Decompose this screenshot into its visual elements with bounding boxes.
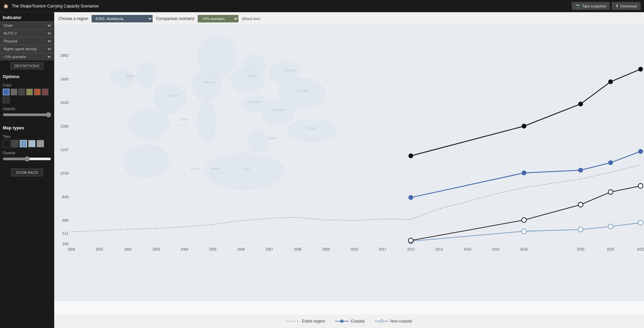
color-label: Color bbox=[0, 82, 54, 88]
header-left: 🏠 The ShapeTourism Carrying Capacity Sce… bbox=[3, 4, 99, 8]
sidebar: Indicator Chart NUTS 3 Physical Nights s… bbox=[0, 12, 54, 328]
tiles-label: Tiles bbox=[0, 133, 54, 139]
legend-coastal-label: Coastal bbox=[351, 319, 365, 324]
region-select[interactable]: ES61- Andalucia bbox=[92, 15, 153, 22]
indicator-title: Indicator bbox=[0, 12, 54, 21]
svg-text:2006: 2006 bbox=[237, 248, 245, 251]
header-title: The ShapeTourism Carrying Capacity Scena… bbox=[12, 4, 99, 8]
svg-text:2003: 2003 bbox=[152, 248, 160, 251]
svg-text:1187: 1187 bbox=[60, 148, 69, 152]
noncoastal-comparison-dot-2030 bbox=[638, 183, 643, 188]
svg-text:1862: 1862 bbox=[60, 53, 69, 57]
legend-noncoastal: Non-coastal bbox=[375, 319, 412, 324]
tiles-row bbox=[0, 139, 54, 149]
tile-2[interactable] bbox=[20, 140, 27, 147]
color-opacity-slider[interactable] bbox=[0, 111, 54, 121]
tile-0[interactable] bbox=[3, 140, 10, 147]
svg-text:849: 849 bbox=[62, 195, 69, 199]
svg-text:2004: 2004 bbox=[181, 248, 189, 251]
svg-text:2013: 2013 bbox=[435, 248, 443, 251]
legend-dotted-line bbox=[286, 321, 300, 322]
map-types-section: Tiles Opacity bbox=[0, 132, 54, 167]
color-palette bbox=[0, 88, 54, 105]
nuts-dropdown-row[interactable]: NUTS 3 bbox=[0, 29, 54, 37]
nights-dropdown-row[interactable]: Nights spent density bbox=[0, 45, 54, 53]
legend-coastal-line bbox=[335, 321, 349, 322]
svg-text:2007: 2007 bbox=[266, 248, 273, 251]
physical-dropdown-row[interactable]: Physical bbox=[0, 37, 54, 45]
coastal-dot-2016 bbox=[522, 170, 526, 175]
tile-3[interactable] bbox=[28, 140, 36, 147]
svg-text:2011: 2011 bbox=[379, 248, 387, 251]
map-types-title: Map types bbox=[0, 123, 54, 132]
coastal-dot-2020 bbox=[578, 168, 583, 172]
noncoastal-dot-2025 bbox=[608, 224, 613, 229]
svg-text:511: 511 bbox=[62, 231, 69, 235]
map-opacity-input[interactable] bbox=[3, 156, 51, 162]
noncoastal-dot-2016 bbox=[522, 229, 526, 234]
svg-text:1525: 1525 bbox=[60, 101, 69, 105]
svg-text:2025: 2025 bbox=[607, 248, 614, 251]
tile-1[interactable] bbox=[11, 140, 19, 147]
svg-text:2016: 2016 bbox=[520, 248, 528, 251]
color-swatch-1[interactable] bbox=[11, 89, 17, 95]
download-button[interactable]: ⬇ Download bbox=[612, 2, 641, 10]
options-title: Options bbox=[0, 71, 54, 80]
toolbar: Choose a region ES61- Andalucia Comparis… bbox=[54, 12, 644, 25]
svg-text:1693: 1693 bbox=[60, 77, 69, 81]
snapshot-button[interactable]: 📷 Take snapshot bbox=[572, 2, 610, 10]
legend-entire-region-label: Entire region bbox=[302, 319, 325, 324]
zoom-back-button[interactable]: ZOOM BACK bbox=[11, 169, 42, 176]
coastal-dot-2030 bbox=[638, 149, 643, 154]
svg-text:342: 342 bbox=[62, 242, 69, 246]
svg-text:2020: 2020 bbox=[577, 248, 585, 251]
color-swatch-4[interactable] bbox=[34, 89, 41, 95]
svg-text:2002: 2002 bbox=[124, 248, 132, 251]
chart-svg: 1862 1693 1525 1356 1187 1018 849 680 51… bbox=[54, 25, 644, 271]
comparison-label: Comparison scenario bbox=[156, 16, 194, 21]
color-swatch-2[interactable] bbox=[18, 89, 25, 95]
legend-entire-region: Entire region bbox=[286, 319, 325, 324]
home-icon[interactable]: 🏠 bbox=[3, 4, 8, 8]
black-line-label: (Black line) bbox=[242, 17, 260, 21]
svg-text:2008: 2008 bbox=[294, 248, 302, 251]
svg-text:2010: 2010 bbox=[350, 248, 358, 251]
legend: Entire region Coastal Non-coastal bbox=[54, 314, 644, 328]
nuts-select[interactable]: NUTS 3 bbox=[2, 31, 52, 36]
color-swatch-5[interactable] bbox=[42, 89, 48, 95]
header-buttons: 📷 Take snapshot ⬇ Download bbox=[572, 2, 641, 10]
coastal-dot-2025 bbox=[608, 160, 613, 165]
legend-coastal: Coastal bbox=[335, 319, 365, 324]
physical-select[interactable]: Physical bbox=[2, 39, 52, 43]
tile-4[interactable] bbox=[37, 140, 44, 147]
legend-coastal-dot bbox=[340, 320, 344, 323]
noncoastal-comparison-dot-2012 bbox=[408, 238, 413, 243]
color-section: Color Opacity bbox=[0, 80, 54, 123]
nights-select[interactable]: Nights spent density bbox=[2, 47, 52, 51]
legend-noncoastal-line bbox=[375, 321, 388, 322]
scenario-dropdown-row[interactable]: +1% scenario bbox=[0, 53, 54, 60]
legend-noncoastal-label: Non-coastal bbox=[390, 319, 412, 324]
chart-dropdown-row[interactable]: Chart bbox=[0, 21, 54, 29]
svg-text:680: 680 bbox=[62, 218, 69, 222]
coastal-comparison-dot-2012 bbox=[408, 153, 413, 158]
content: Choose a region ES61- Andalucia Comparis… bbox=[54, 12, 644, 328]
opacity-label: Opacity bbox=[0, 105, 54, 111]
comparison-select[interactable]: +5% scenario bbox=[198, 15, 238, 22]
definitions-button[interactable]: DEFINITIONS bbox=[11, 62, 43, 69]
chart-select[interactable]: Chart bbox=[2, 23, 52, 28]
scenario-select[interactable]: +1% scenario bbox=[2, 54, 52, 59]
color-swatch-0[interactable] bbox=[3, 89, 9, 95]
legend-noncoastal-dot bbox=[380, 320, 383, 323]
color-opacity-input[interactable] bbox=[3, 112, 51, 117]
svg-text:1018: 1018 bbox=[60, 171, 69, 175]
coastal-comparison-dot-2030 bbox=[638, 67, 643, 72]
coastal-dot-2012 bbox=[408, 195, 413, 200]
color-swatch-3[interactable] bbox=[26, 89, 33, 95]
svg-text:2005: 2005 bbox=[209, 248, 217, 251]
svg-text:2030: 2030 bbox=[637, 248, 644, 251]
noncoastal-comparison-dot-2020 bbox=[578, 202, 583, 207]
color-swatch-6[interactable] bbox=[3, 96, 9, 103]
download-icon: ⬇ bbox=[616, 4, 619, 8]
map-opacity-slider[interactable] bbox=[0, 156, 54, 165]
